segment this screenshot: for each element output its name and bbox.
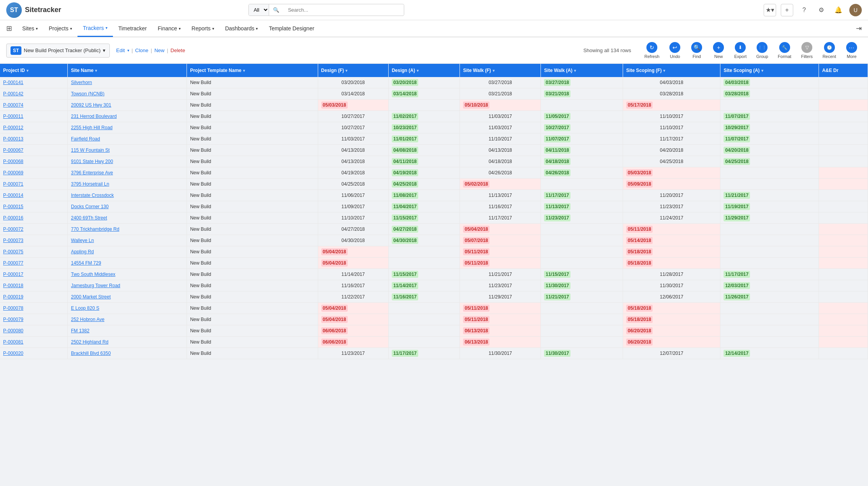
search-input[interactable] [283,5,404,15]
date-cell: 11/07/2017 [541,133,623,145]
site-name-cell[interactable]: 20092 US Hwy 301 [68,100,187,111]
col-template-name[interactable]: Project Template Name ▾ [187,64,318,77]
find-button[interactable]: 🔍 Find [687,40,707,60]
edit-dropdown-icon[interactable]: ▾ [127,48,129,53]
tracker-name: New Build Project Tracker (Public) [24,47,100,53]
project-id-cell[interactable]: P-000014 [0,190,68,201]
app-grid-icon[interactable]: ⊞ [6,24,12,33]
project-id-cell[interactable]: P-000069 [0,167,68,179]
group-button[interactable]: ⋮⋮ Group [752,40,772,60]
undo-button[interactable]: ↩ Undo [665,40,685,60]
project-id-cell[interactable]: P-000078 [0,303,68,314]
site-name-cell[interactable]: 2255 High Hill Road [68,122,187,133]
add-button[interactable]: + [781,4,793,16]
project-id-cell[interactable]: P-000077 [0,258,68,269]
nav-item-reports[interactable]: Reports ▾ [186,20,220,37]
site-name-cell[interactable]: Two South Middlesex [68,269,187,280]
site-name-cell[interactable]: 3795 Horsetrail Ln [68,179,187,190]
project-id-cell[interactable]: P-000079 [0,314,68,325]
nav-item-timetracker[interactable]: Timetracker [113,20,152,37]
search-scope-select[interactable]: All [249,4,269,16]
template-cell: New Build [187,303,318,314]
site-name-cell[interactable]: 14554 FM 729 [68,258,187,269]
nav-item-projects[interactable]: Projects ▾ [43,20,77,37]
project-id-cell[interactable]: P-000081 [0,337,68,348]
site-name-cell[interactable]: 115 W Fountain St [68,145,187,156]
site-name-cell[interactable]: 2000 Market Street [68,291,187,303]
col-sitescoping-f[interactable]: Site Scoping (F) ▾ [623,64,720,77]
site-name-cell[interactable]: E Loop 820 S [68,303,187,314]
project-id-cell[interactable]: P-000074 [0,100,68,111]
tracker-selector[interactable]: ST New Build Project Tracker (Public) ▾ [6,44,110,58]
notifications-button[interactable]: 🔔 [832,4,845,16]
more-button[interactable]: ··· More [842,40,862,60]
help-button[interactable]: ? [798,4,810,16]
logo[interactable]: ST Sitetracker [6,2,61,18]
project-id-cell[interactable]: P-000071 [0,179,68,190]
format-button[interactable]: 🔧 Format [774,40,795,60]
nav-item-dashboards[interactable]: Dashboards ▾ [220,20,264,37]
col-site-name[interactable]: Site Name ▾ [68,64,187,77]
site-name-cell[interactable]: FM 1382 [68,325,187,337]
col-sitewalk-f[interactable]: Site Walk (F) ▾ [460,64,541,77]
settings-button[interactable]: ⚙ [815,4,828,16]
edit-action[interactable]: Edit [116,47,125,53]
project-id-cell[interactable]: P-000080 [0,325,68,337]
col-design-a[interactable]: Design (A) ▾ [388,64,460,77]
nav-item-trackers[interactable]: Trackers ▾ [77,20,113,37]
sidebar-toggle-icon[interactable]: ⇥ [856,24,862,33]
project-id-cell[interactable]: P-000015 [0,201,68,212]
site-name-cell[interactable]: Jamesburg Tower Road [68,280,187,291]
site-name-cell[interactable]: 770 Trickhambridge Rd [68,224,187,235]
col-design-f[interactable]: Design (F) ▾ [318,64,388,77]
nav-item-template-designer[interactable]: Template Designer [263,20,320,37]
project-id-cell[interactable]: P-000017 [0,269,68,280]
project-id-cell[interactable]: P-000019 [0,291,68,303]
new-action[interactable]: New [154,47,164,53]
project-id-cell[interactable]: P-000068 [0,156,68,167]
col-sitewalk-a[interactable]: Site Walk (A) ▾ [541,64,623,77]
site-name-cell[interactable]: Brackhill Blvd 6350 [68,348,187,359]
nav-item-sites[interactable]: Sites ▾ [17,20,43,37]
date-cell: 05/02/2018 [460,179,541,190]
user-avatar[interactable]: U [849,4,862,16]
site-name-cell[interactable]: Docks Corner 130 [68,201,187,212]
site-name-cell[interactable]: Interstate Crossdock [68,190,187,201]
project-id-cell[interactable]: P-000075 [0,246,68,258]
project-id-cell[interactable]: P-000073 [0,235,68,246]
project-id-cell[interactable]: P-000142 [0,88,68,100]
site-name-cell[interactable]: Fairfield Road [68,133,187,145]
site-name-cell[interactable]: 2400 69Th Street [68,212,187,224]
site-name-cell[interactable]: Appling Rd [68,246,187,258]
new-button[interactable]: + New [708,40,729,60]
recent-button[interactable]: 🕐 Recent [819,40,840,60]
project-id-cell[interactable]: P-000141 [0,77,68,88]
delete-action[interactable]: Delete [171,47,185,53]
clone-action[interactable]: Clone [135,47,148,53]
site-name-cell[interactable]: 231 Herrod Boulevard [68,111,187,122]
project-id-cell[interactable]: P-000011 [0,111,68,122]
project-id-cell[interactable]: P-000020 [0,348,68,359]
site-name-cell[interactable]: Silverhorn [68,77,187,88]
filters-button[interactable]: ▽ Filters [797,40,817,60]
site-name-cell[interactable]: 2502 Highland Rd [68,337,187,348]
project-id-cell[interactable]: P-000067 [0,145,68,156]
site-name-cell[interactable]: 9101 State Hwy 200 [68,156,187,167]
col-sitescoping-a[interactable]: Site Scoping (A) ▾ [720,64,819,77]
site-name-cell[interactable]: Walleye Ln [68,235,187,246]
export-button[interactable]: ⬇ Export [730,40,750,60]
site-name-cell[interactable]: 3796 Enterprise Ave [68,167,187,179]
col-ae-dr[interactable]: A&E Dr [819,64,868,77]
favorites-button[interactable]: ★▾ [764,4,776,16]
project-id-cell[interactable]: P-000013 [0,133,68,145]
date-cell: 04/20/2018 [720,145,819,156]
site-name-cell[interactable]: Towson (NCNB) [68,88,187,100]
project-id-cell[interactable]: P-000072 [0,224,68,235]
site-name-cell[interactable]: 252 Hobron Ave [68,314,187,325]
project-id-cell[interactable]: P-000016 [0,212,68,224]
col-project-id[interactable]: Project ID ▾ [0,64,68,77]
refresh-button[interactable]: ↻ Refresh [641,40,664,60]
nav-item-finance[interactable]: Finance ▾ [152,20,186,37]
project-id-cell[interactable]: P-000012 [0,122,68,133]
project-id-cell[interactable]: P-000018 [0,280,68,291]
